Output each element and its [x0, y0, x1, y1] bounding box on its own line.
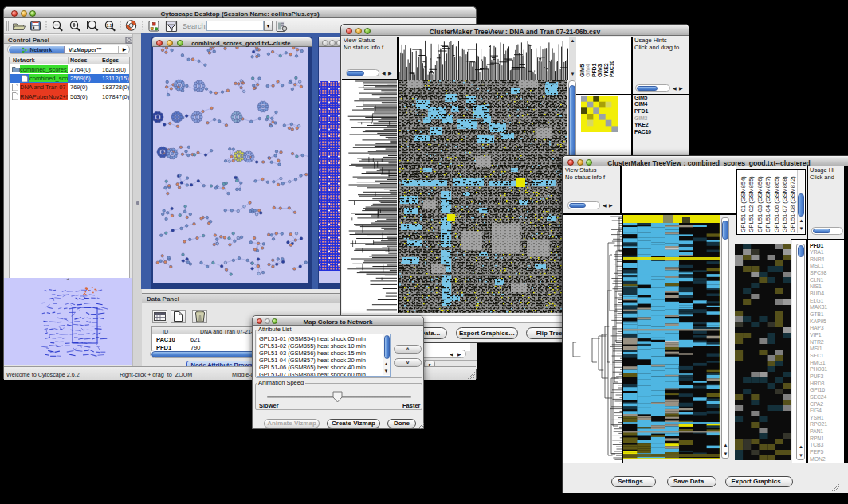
svg-text:1:1: 1:1	[107, 24, 112, 28]
